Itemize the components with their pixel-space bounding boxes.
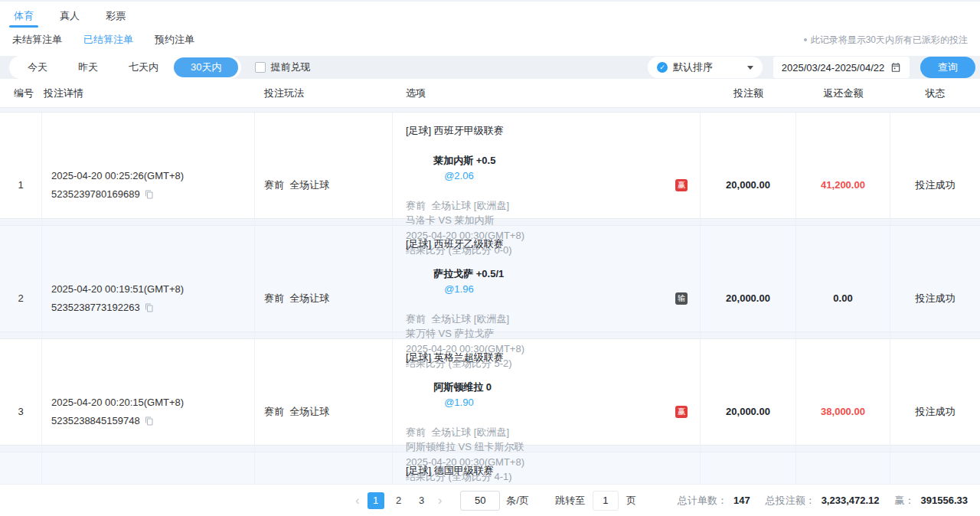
prev-page-icon[interactable]: ‹ bbox=[354, 493, 361, 508]
next-page-icon[interactable]: › bbox=[436, 493, 444, 508]
page-3-button[interactable]: 3 bbox=[413, 492, 430, 509]
date-range-group: 今天 昨天 七天内 30天内 bbox=[9, 56, 241, 79]
bet-time: 2025-04-20 00:25:26(GMT+8) bbox=[51, 168, 254, 184]
bet-play-cell bbox=[255, 452, 393, 485]
pick-name: 萨拉戈萨 +0.5/1 bbox=[433, 268, 504, 279]
subtab-reserved[interactable]: 预约注单 bbox=[155, 33, 194, 47]
table-row: [足球] 德国甲级联赛 bbox=[0, 452, 980, 485]
total-win-label: 赢： bbox=[895, 494, 915, 508]
totals-summary: 总计单数： 147 总投注额： 3,233,472.12 赢： 391556.3… bbox=[678, 494, 968, 508]
bet-id: 5235238845159748 bbox=[51, 413, 140, 429]
pick-name: 阿斯顿维拉 0 bbox=[433, 381, 492, 393]
page-2-button[interactable]: 2 bbox=[390, 492, 407, 509]
tab-lottery[interactable]: 彩票 bbox=[104, 2, 127, 28]
odds-value: @1.96 bbox=[444, 283, 474, 295]
footer-bar: ‹ 1 2 3 › 条/页 跳转至 页 总计单数： 147 总投注额： 3,23… bbox=[0, 484, 980, 516]
total-win-value: 391556.33 bbox=[921, 495, 968, 506]
total-stake-label: 总投注额： bbox=[766, 494, 815, 508]
settled-bets-page: 体育 真人 彩票 未结算注单 已结算注单 预约注单 此记录将显示30天内所有已派… bbox=[0, 0, 980, 516]
tab-sports[interactable]: 体育 bbox=[12, 2, 35, 28]
jump-page-input[interactable] bbox=[593, 491, 619, 511]
check-circle-icon: ✓ bbox=[657, 62, 668, 73]
cashout-checkbox[interactable] bbox=[255, 62, 266, 73]
play-detail: 赛前 全场让球 [欧洲盘] bbox=[406, 198, 700, 214]
win-badge: 赢 bbox=[675, 406, 688, 418]
bet-time: 2025-04-20 00:19:51(GMT+8) bbox=[51, 282, 254, 297]
col-play: 投注玩法 bbox=[255, 87, 393, 100]
total-stake-value: 3,233,472.12 bbox=[822, 495, 880, 506]
range-30days-button[interactable]: 30天内 bbox=[174, 57, 238, 77]
win-badge: 赢 bbox=[675, 179, 688, 191]
date-range-value: 2025/03/24-2025/04/22 bbox=[782, 62, 884, 73]
row-number bbox=[0, 452, 42, 485]
bet-time: 2025-04-20 00:20:15(GMT+8) bbox=[51, 395, 254, 410]
chevron-down-icon bbox=[747, 66, 753, 70]
league-name: [足球] 西班牙乙级联赛 bbox=[406, 237, 700, 252]
cashout-label: 提前兑现 bbox=[270, 60, 310, 74]
col-payout: 返还金额 bbox=[796, 87, 890, 100]
col-amount: 投注额 bbox=[701, 87, 796, 100]
table-header: 编号 投注详情 投注玩法 选项 投注额 返还金额 状态 bbox=[0, 79, 980, 108]
table-row: 3 2025-04-20 00:20:15(GMT+8) 52352388451… bbox=[0, 338, 980, 446]
tab-live[interactable]: 真人 bbox=[58, 2, 81, 28]
subtab-settled[interactable]: 已结算注单 bbox=[83, 33, 133, 47]
league-name: [足球] 西班牙甲级联赛 bbox=[406, 123, 700, 139]
record-note: 此记录将显示30天内所有已派彩的投注 bbox=[804, 34, 968, 47]
pick-line: 阿斯顿维拉 0 @1.90 bbox=[406, 365, 700, 425]
table-body: 1 2025-04-20 00:25:26(GMT+8) 52352397801… bbox=[0, 108, 980, 485]
odds-value: @1.90 bbox=[444, 397, 474, 408]
copy-icon[interactable] bbox=[145, 416, 154, 426]
page-1-button[interactable]: 1 bbox=[368, 492, 384, 509]
sort-label: 默认排序 bbox=[673, 60, 713, 74]
filter-bar: 今天 昨天 七天内 30天内 提前兑现 ✓ 默认排序 2025/03/24-20… bbox=[0, 56, 980, 79]
subtab-unsettled[interactable]: 未结算注单 bbox=[12, 33, 62, 47]
pick-name: 莱加内斯 +0.5 bbox=[433, 155, 495, 166]
jump-label: 跳转至 bbox=[555, 494, 585, 508]
sort-dropdown[interactable]: ✓ 默认排序 bbox=[648, 57, 763, 78]
total-count-value: 147 bbox=[733, 495, 750, 506]
league-name: [足球] 德国甲级联赛 bbox=[406, 463, 700, 478]
lose-badge: 输 bbox=[675, 292, 688, 305]
search-button[interactable]: 查询 bbox=[920, 57, 975, 78]
odds-value: @2.06 bbox=[444, 170, 474, 181]
record-note-text: 此记录将显示30天内所有已派彩的投注 bbox=[811, 34, 968, 47]
bet-amount bbox=[701, 452, 796, 485]
bet-detail-cell bbox=[42, 452, 255, 485]
top-tab-bar: 体育 真人 彩票 bbox=[0, 0, 980, 28]
bullet-icon bbox=[804, 38, 807, 41]
copy-icon[interactable] bbox=[145, 303, 154, 312]
sub-tab-bar: 未结算注单 已结算注单 预约注单 此记录将显示30天内所有已派彩的投注 bbox=[0, 28, 980, 52]
per-page-label: 条/页 bbox=[506, 494, 529, 508]
range-today-button[interactable]: 今天 bbox=[12, 56, 63, 79]
date-range-input[interactable]: 2025/03/24-2025/04/22 bbox=[773, 57, 910, 78]
col-detail: 投注详情 bbox=[42, 87, 255, 100]
col-option: 选项 bbox=[393, 87, 701, 100]
play-detail: 赛前 全场让球 [欧洲盘] bbox=[406, 425, 700, 440]
filter-right-group: ✓ 默认排序 2025/03/24-2025/04/22 查询 bbox=[648, 57, 975, 78]
pick-line: 萨拉戈萨 +0.5/1 @1.96 bbox=[406, 252, 700, 312]
page-label: 页 bbox=[626, 494, 636, 508]
bet-status bbox=[890, 452, 980, 485]
total-count-label: 总计单数： bbox=[678, 494, 727, 508]
page-size-input[interactable] bbox=[460, 491, 500, 511]
bet-id: 5235238773192263 bbox=[51, 300, 140, 315]
col-number: 编号 bbox=[0, 87, 42, 100]
pick-line: 莱加内斯 +0.5 @2.06 bbox=[406, 139, 700, 198]
jump-group: 跳转至 页 bbox=[555, 491, 636, 511]
bet-id: 5235239780169689 bbox=[51, 187, 140, 202]
table-row: 1 2025-04-20 00:25:26(GMT+8) 52352397801… bbox=[0, 112, 980, 219]
range-7days-button[interactable]: 七天内 bbox=[113, 56, 174, 79]
play-detail: 赛前 全场让球 [欧洲盘] bbox=[406, 312, 700, 327]
bet-option-cell: [足球] 德国甲级联赛 bbox=[393, 452, 701, 485]
copy-icon[interactable] bbox=[145, 190, 154, 199]
calendar-icon bbox=[890, 62, 901, 73]
range-yesterday-button[interactable]: 昨天 bbox=[63, 56, 113, 79]
payout-amount bbox=[796, 452, 890, 485]
table-row: 2 2025-04-20 00:19:51(GMT+8) 52352387731… bbox=[0, 225, 980, 332]
league-name: [足球] 英格兰超级联赛 bbox=[406, 350, 700, 365]
col-status: 状态 bbox=[890, 87, 980, 100]
pagination: ‹ 1 2 3 › 条/页 跳转至 页 bbox=[354, 491, 636, 511]
cashout-filter[interactable]: 提前兑现 bbox=[255, 60, 310, 74]
